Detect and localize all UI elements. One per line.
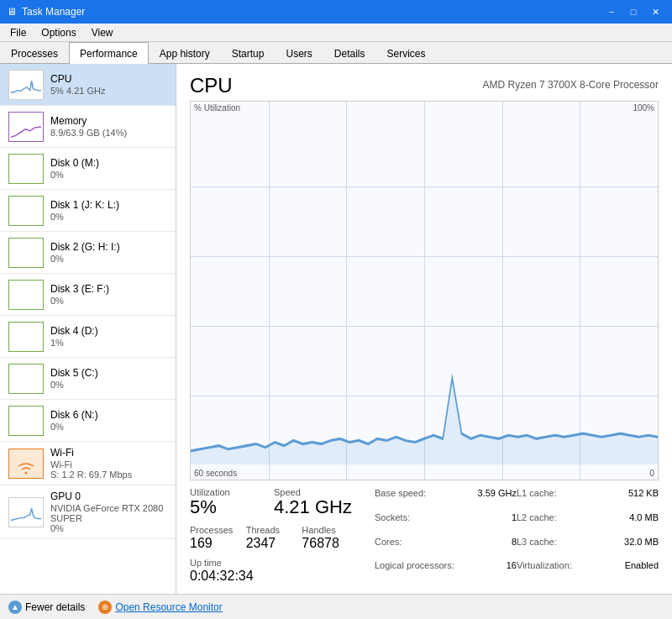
gpu0-item-title: GPU 0 [50, 490, 167, 502]
disk1-item-subtitle: 0% [50, 212, 167, 222]
disk1-icon-box [8, 196, 44, 226]
detail-cores: Cores: 8 [375, 536, 517, 560]
cores-key: Cores: [375, 537, 402, 559]
disk5-item-subtitle: 0% [50, 380, 167, 390]
uptime-block: Up time 0:04:32:34 [190, 558, 358, 584]
detail-base-speed: Base speed: 3.59 GHz [375, 487, 517, 511]
stats-col: Utilization 5% Speed 4.21 GHz Processes … [190, 487, 358, 584]
processes-label: Processes [190, 525, 246, 535]
utilization-value: 5% [190, 497, 274, 517]
svg-marker-1 [191, 378, 658, 465]
speed-value: 4.21 GHz [274, 497, 358, 517]
maximize-button[interactable]: □ [623, 3, 643, 20]
disk3-item-subtitle: 0% [50, 296, 167, 306]
disk0-item-subtitle: 0% [50, 170, 167, 180]
minimize-button[interactable]: − [601, 3, 622, 20]
disk3-item-title: Disk 3 (E: F:) [50, 283, 167, 295]
virtualization-key: Virtualization: [517, 560, 572, 583]
base-speed-key: Base speed: [375, 488, 426, 511]
base-speed-val: 3.59 GHz [478, 488, 517, 511]
l1-cache-key: L1 cache: [517, 488, 557, 511]
detail-logical-processors: Logical processors: 16 [375, 559, 517, 584]
memory-item-title: Memory [50, 115, 167, 127]
virtualization-val: Enabled [625, 560, 659, 583]
disk2-item-info: Disk 2 (G: H: I:) 0% [50, 241, 167, 264]
tab-performance[interactable]: Performance [69, 42, 149, 64]
disk0-item-info: Disk 0 (M:) 0% [50, 157, 167, 180]
disk2-item-subtitle: 0% [50, 254, 167, 264]
left-item-disk3[interactable]: Disk 3 (E: F:) 0% [0, 274, 176, 316]
open-resource-monitor-button[interactable]: ⊕ Open Resource Monitor [98, 601, 222, 614]
menu-options[interactable]: Options [34, 25, 82, 40]
processes-value: 169 [190, 535, 246, 551]
left-item-disk0[interactable]: Disk 0 (M:) 0% [0, 148, 176, 190]
gpu0-item-subtitle: NVIDIA GeForce RTX 2080 SUPER0% [50, 503, 167, 533]
memory-item-info: Memory 8.9/63.9 GB (14%) [50, 115, 167, 138]
wifi-icon-box [8, 449, 44, 479]
cpu-icon-box [8, 70, 44, 100]
app-title: Task Manager [22, 6, 85, 18]
left-item-disk2[interactable]: Disk 2 (G: H: I:) 0% [0, 232, 176, 274]
left-item-cpu[interactable]: CPU 5% 4.21 GHz [0, 64, 176, 106]
sockets-key: Sockets: [375, 512, 410, 535]
l2-cache-val: 4.0 MB [629, 512, 659, 535]
menu-view[interactable]: View [85, 25, 120, 40]
cpu-item-title: CPU [50, 73, 167, 85]
cpu-item-info: CPU 5% 4.21 GHz [50, 73, 167, 96]
menu-bar: File Options View [0, 24, 672, 42]
main-content: CPU 5% 4.21 GHz Memory 8.9/63.9 GB (14%)… [0, 64, 672, 594]
right-panel: CPU AMD Ryzen 7 3700X 8-Core Processor %… [176, 64, 672, 594]
utilization-speed-row: Utilization 5% Speed 4.21 GHz [190, 487, 358, 517]
gpu0-item-info: GPU 0 NVIDIA GeForce RTX 2080 SUPER0% [50, 490, 167, 533]
disk0-icon-box [8, 154, 44, 184]
disk4-icon-box [8, 322, 44, 352]
left-item-memory[interactable]: Memory 8.9/63.9 GB (14%) [0, 106, 176, 148]
tab-users[interactable]: Users [275, 42, 323, 64]
left-item-gpu0[interactable]: GPU 0 NVIDIA GeForce RTX 2080 SUPER0% [0, 485, 176, 539]
left-panel: CPU 5% 4.21 GHz Memory 8.9/63.9 GB (14%)… [0, 64, 176, 594]
detail-l2-cache: L2 cache: 4.0 MB [517, 511, 659, 536]
speed-stat: Speed 4.21 GHz [274, 487, 358, 517]
processes-threads-handles-row: Processes 169 Threads 2347 Handles 76878 [190, 525, 358, 551]
disk1-item-info: Disk 1 (J: K: L:) 0% [50, 199, 167, 222]
left-item-disk6[interactable]: Disk 6 (N:) 0% [0, 400, 176, 442]
threads-stat: Threads 2347 [246, 525, 302, 551]
l1-cache-val: 512 KB [628, 488, 659, 511]
left-item-disk5[interactable]: Disk 5 (C:) 0% [0, 358, 176, 400]
close-button[interactable]: ✕ [645, 3, 665, 20]
detail-virtualization: Virtualization: Enabled [517, 559, 659, 584]
processes-stat: Processes 169 [190, 525, 246, 551]
tab-app-history[interactable]: App history [149, 42, 221, 64]
disk6-icon-box [8, 406, 44, 436]
tab-services[interactable]: Services [376, 42, 437, 64]
menu-file[interactable]: File [3, 25, 33, 40]
tab-processes[interactable]: Processes [0, 42, 69, 64]
left-item-wifi[interactable]: Wi-Fi Wi-Fi S: 1.2 R: 69.7 Mbps [0, 442, 176, 485]
resource-monitor-icon: ⊕ [98, 601, 112, 614]
disk4-item-subtitle: 1% [50, 338, 167, 348]
disk6-item-subtitle: 0% [50, 422, 167, 432]
cpu-chart: % Utilization 100% 60 seconds 0 [190, 101, 659, 480]
threads-label: Threads [246, 525, 302, 535]
left-item-disk1[interactable]: Disk 1 (J: K: L:) 0% [0, 190, 176, 232]
wifi-item-subtitle: Wi-Fi S: 1.2 R: 69.7 Mbps [50, 459, 167, 480]
disk3-icon-box [8, 280, 44, 310]
l3-cache-val: 32.0 MB [624, 537, 659, 559]
disk6-item-info: Disk 6 (N:) 0% [50, 409, 167, 432]
wifi-item-title: Wi-Fi [50, 447, 167, 459]
chart-x-max: 0 [649, 469, 654, 478]
left-item-disk4[interactable]: Disk 4 (D:) 1% [0, 316, 176, 358]
memory-item-subtitle: 8.9/63.9 GB (14%) [50, 128, 167, 138]
detail-l3-cache: L3 cache: 32.0 MB [517, 536, 659, 560]
fewer-details-button[interactable]: ▲ Fewer details [8, 601, 85, 614]
tab-startup[interactable]: Startup [221, 42, 276, 64]
handles-label: Handles [302, 525, 358, 535]
disk6-item-title: Disk 6 (N:) [50, 409, 167, 421]
tab-details[interactable]: Details [323, 42, 376, 64]
cpu-item-subtitle: 5% 4.21 GHz [50, 86, 167, 96]
cpu-model: AMD Ryzen 7 3700X 8-Core Processor [483, 79, 659, 91]
logical-processors-val: 16 [507, 560, 517, 583]
app-icon: 🖥 [7, 6, 17, 18]
stats-and-details: Utilization 5% Speed 4.21 GHz Processes … [190, 487, 659, 584]
title-bar: 🖥 Task Manager − □ ✕ [0, 0, 672, 24]
